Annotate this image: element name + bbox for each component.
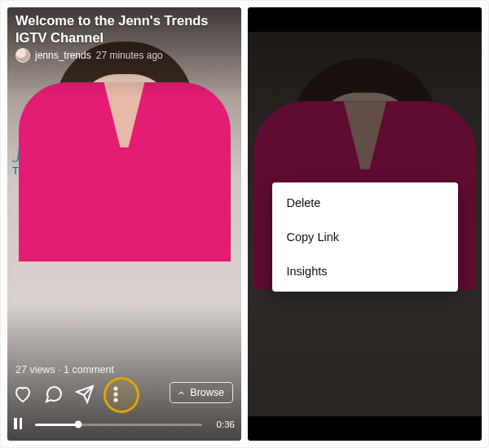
seek-fill [35, 424, 78, 426]
duration-label: 0:36 [210, 419, 235, 429]
author-row[interactable]: jenns_trends 27 minutes ago [15, 48, 163, 63]
menu-item-copylink[interactable]: Copy Link [272, 220, 458, 254]
browse-button[interactable]: Browse [170, 382, 233, 403]
browse-label: Browse [190, 387, 224, 398]
pause-button[interactable] [14, 418, 27, 431]
more-vertical-icon [106, 384, 126, 404]
svg-point-2 [114, 398, 117, 401]
comment-button[interactable] [43, 384, 64, 405]
like-button[interactable] [12, 384, 33, 405]
comment-icon [44, 384, 64, 404]
chevron-up-icon [177, 389, 186, 397]
pause-icon [14, 418, 17, 429]
svg-point-0 [114, 387, 117, 389]
avatar[interactable] [15, 48, 30, 63]
svg-point-1 [114, 393, 117, 395]
menu-item-insights[interactable]: Insights [272, 254, 458, 288]
action-bar [12, 384, 126, 405]
igtv-options-pane: Delete Copy Link Insights [248, 7, 482, 441]
options-menu: Delete Copy Link Insights [272, 182, 458, 292]
progress-bar-row: 0:36 [14, 418, 235, 431]
post-time: 27 minutes ago [96, 50, 163, 61]
menu-item-delete[interactable]: Delete [272, 186, 458, 220]
send-icon [75, 384, 95, 404]
more-options-button[interactable] [105, 384, 126, 405]
author-handle[interactable]: jenns_trends [35, 50, 91, 61]
seek-track[interactable] [35, 424, 202, 426]
igtv-player-pane: Jenn's TRENDS Welcome to the Jenn's Tren… [7, 7, 241, 441]
video-title: Welcome to the Jenn's Trends IGTV Channe… [15, 12, 233, 46]
seek-thumb[interactable] [75, 421, 82, 428]
view-comment-stats: 27 views · 1 comment [15, 364, 114, 376]
heart-icon [13, 384, 33, 404]
share-button[interactable] [74, 384, 95, 405]
